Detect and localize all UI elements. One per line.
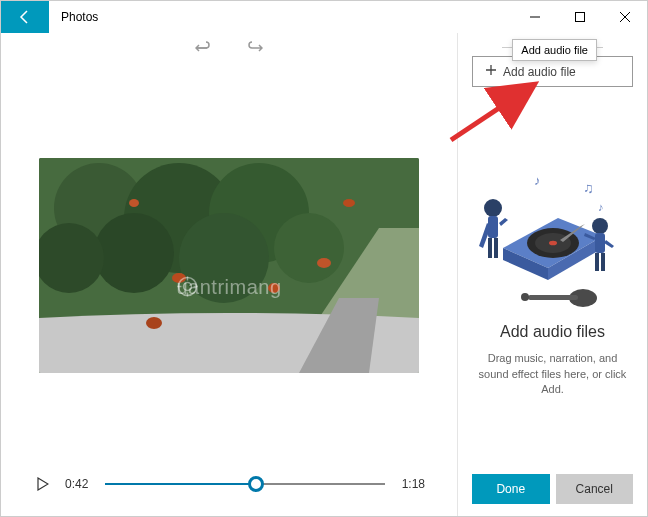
svg-point-16 <box>129 199 139 207</box>
seek-track[interactable] <box>105 472 385 496</box>
svg-rect-1 <box>575 13 584 22</box>
svg-point-7 <box>94 213 174 293</box>
current-time: 0:42 <box>65 477 93 491</box>
panel-heading: Add audio files <box>500 323 605 341</box>
turntable-illustration: ♪ ♫ ♪ <box>478 163 628 313</box>
titlebar: Photos <box>1 1 647 33</box>
panel-action-buttons: Done Cancel <box>472 474 633 504</box>
play-button[interactable] <box>33 477 53 491</box>
svg-rect-31 <box>595 233 605 253</box>
svg-point-30 <box>592 218 608 234</box>
svg-rect-29 <box>494 238 498 258</box>
player-controls: 0:42 1:18 <box>25 456 433 504</box>
undo-redo-bar <box>25 33 433 75</box>
svg-rect-35 <box>528 295 578 300</box>
minimize-button[interactable] <box>512 1 557 33</box>
video-preview[interactable]: uantrimang <box>39 158 419 373</box>
panel-subtext: Drag music, narration, and sound effect … <box>472 351 633 397</box>
plus-icon <box>485 64 497 79</box>
svg-text:♪: ♪ <box>534 173 541 188</box>
add-audio-tooltip: Add audio file <box>512 39 597 61</box>
total-time: 1:18 <box>397 477 425 491</box>
svg-text:♪: ♪ <box>598 201 604 213</box>
audio-side-panel: Add audio file <box>457 33 647 516</box>
drop-zone[interactable]: ♪ ♫ ♪ Add audio files Drag music, narrat… <box>472 87 633 474</box>
video-editor-area: uantrimang 0:42 1:18 <box>1 33 457 516</box>
svg-text:♫: ♫ <box>583 180 594 196</box>
svg-point-15 <box>343 199 355 207</box>
svg-rect-28 <box>488 238 492 258</box>
svg-rect-33 <box>601 253 605 271</box>
close-button[interactable] <box>602 1 647 33</box>
svg-point-18 <box>183 283 191 291</box>
add-audio-label: Add audio file <box>503 65 576 79</box>
undo-button[interactable] <box>195 41 213 59</box>
svg-point-26 <box>484 199 502 217</box>
svg-rect-32 <box>595 253 599 271</box>
seek-thumb[interactable] <box>248 476 264 492</box>
done-button[interactable]: Done <box>472 474 550 504</box>
svg-point-25 <box>549 241 557 246</box>
svg-point-12 <box>146 317 162 329</box>
svg-point-36 <box>521 293 529 301</box>
watermark: uantrimang <box>176 276 281 299</box>
cancel-button[interactable]: Cancel <box>556 474 634 504</box>
maximize-button[interactable] <box>557 1 602 33</box>
back-button[interactable] <box>1 1 49 33</box>
redo-button[interactable] <box>245 41 263 59</box>
app-title: Photos <box>49 1 98 33</box>
svg-point-14 <box>317 258 331 268</box>
video-preview-wrap: uantrimang <box>25 75 433 456</box>
svg-point-10 <box>274 213 344 283</box>
main-content: uantrimang 0:42 1:18 Add audio fi <box>1 33 647 516</box>
